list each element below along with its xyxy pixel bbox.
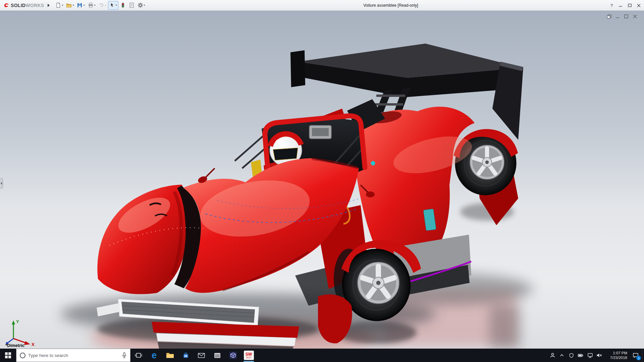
dropdown-caret-icon[interactable]: ▾	[83, 4, 85, 7]
taskbar-item-solidworks[interactable]: SW 2017	[241, 349, 257, 362]
triad-x-label: X	[32, 342, 35, 347]
window-minimize-icon[interactable]	[615, 14, 621, 19]
undo-arrow-icon	[99, 2, 104, 8]
print-button[interactable]: ▾	[87, 1, 97, 10]
start-button[interactable]	[0, 349, 16, 362]
people-icon[interactable]	[548, 349, 557, 362]
taskbar-item-mail[interactable]	[194, 349, 209, 362]
taskbar-search[interactable]	[16, 349, 130, 362]
open-folder-icon	[66, 2, 72, 8]
select-cursor-icon	[109, 2, 115, 8]
task-view-icon	[135, 352, 142, 358]
dropdown-caret-icon[interactable]: ▾	[116, 4, 117, 7]
search-input[interactable]	[28, 353, 119, 358]
brand-text-solid: SOLID	[11, 3, 25, 8]
taskbar: e	[0, 349, 644, 362]
close-icon	[637, 4, 641, 7]
model-3d-view	[0, 11, 644, 349]
new-document-icon	[55, 2, 61, 8]
open-button[interactable]: ▾	[65, 1, 75, 10]
gear-icon	[138, 2, 143, 8]
taskbar-item-file-explorer[interactable]	[162, 349, 178, 362]
microphone-icon[interactable]	[122, 352, 127, 358]
dropdown-caret-icon[interactable]: ▾	[105, 4, 106, 7]
rebuild-traffic-light-icon	[120, 2, 126, 8]
dropdown-caret-icon[interactable]: ▾	[62, 4, 63, 7]
hidden-icons-chevron[interactable]	[557, 349, 566, 362]
ethernet-icon[interactable]	[586, 349, 594, 362]
minimize-icon	[619, 4, 623, 7]
triad-y-label: Y	[16, 319, 19, 324]
cube-app-icon	[229, 352, 237, 359]
system-tray	[548, 349, 604, 362]
window-restore-icon[interactable]	[606, 14, 612, 19]
maximize-icon	[628, 4, 632, 7]
windows-logo-icon	[5, 352, 11, 358]
file-explorer-icon	[166, 352, 174, 359]
help-button[interactable]: ?	[607, 1, 616, 10]
title-bar: SOLIDWORKS ▾ ▾ ▾	[0, 0, 644, 11]
dropdown-caret-icon[interactable]: ▾	[144, 4, 145, 7]
dropdown-caret-icon[interactable]: ▾	[94, 4, 96, 7]
save-button[interactable]: ▾	[75, 1, 86, 10]
minimize-button[interactable]	[616, 1, 625, 10]
file-properties-button[interactable]	[127, 1, 136, 10]
taskbar-item-app-cube[interactable]	[225, 349, 241, 362]
menu-expand-arrow[interactable]	[46, 2, 51, 9]
app-window-icon	[214, 353, 221, 358]
brand-text-works: WORKS	[25, 3, 44, 8]
dropdown-caret-icon[interactable]: ▾	[72, 4, 74, 7]
store-bag-icon	[182, 352, 189, 359]
left-triangle-icon	[1, 182, 2, 185]
show-desktop-button[interactable]	[642, 349, 644, 362]
window-close-icon[interactable]	[632, 14, 638, 19]
taskbar-item-store[interactable]	[178, 349, 194, 362]
feature-tree-flyout-tab[interactable]	[0, 178, 3, 188]
clock-date: 7/23/2018	[610, 355, 627, 360]
solidworks-window: SOLIDWORKS ▾ ▾ ▾	[0, 0, 644, 362]
new-document-button[interactable]: ▾	[54, 1, 64, 10]
right-triangle-icon	[48, 4, 50, 7]
task-view-button[interactable]	[130, 349, 146, 362]
maximize-button[interactable]	[625, 1, 634, 10]
document-window-controls	[606, 14, 638, 19]
shield-icon[interactable]	[567, 349, 576, 362]
print-icon	[88, 2, 94, 8]
edge-icon: e	[152, 351, 157, 360]
close-button[interactable]	[634, 1, 643, 10]
battery-icon[interactable]	[576, 349, 585, 362]
rebuild-button[interactable]	[119, 1, 127, 10]
taskbar-clock[interactable]: 1:07 PM 7/23/2018	[604, 349, 629, 362]
mail-envelope-icon	[198, 353, 205, 358]
quick-access-toolbar: ▾ ▾ ▾ ▾	[54, 0, 146, 10]
notification-count-badge: 3	[636, 356, 641, 360]
solidworks-icon: SW 2017	[244, 351, 254, 360]
graphics-area[interactable]: Y X *Dimetric	[0, 11, 644, 349]
save-floppy-icon	[77, 2, 83, 8]
action-center-button[interactable]: 3	[629, 349, 642, 362]
view-orientation-label: *Dimetric	[5, 343, 24, 348]
file-properties-icon	[129, 2, 135, 8]
options-button[interactable]: ▾	[136, 1, 147, 10]
dassault-systemes-logo	[3, 2, 9, 8]
document-title: Voiture assemblee [Read-only]	[363, 0, 418, 11]
taskbar-item-edge[interactable]: e	[146, 349, 162, 362]
taskbar-item-app-window[interactable]	[209, 349, 225, 362]
window-controls: ?	[607, 0, 643, 11]
taskbar-empty-space	[257, 349, 548, 362]
clock-time: 1:07 PM	[613, 351, 627, 355]
volume-muted-icon[interactable]	[595, 349, 604, 362]
select-button[interactable]: ▾	[108, 1, 118, 10]
cortana-icon	[20, 353, 25, 358]
window-maximize-icon[interactable]	[624, 14, 629, 19]
solidworks-brand: SOLIDWORKS	[0, 2, 46, 8]
undo-button[interactable]: ▾	[97, 1, 108, 10]
